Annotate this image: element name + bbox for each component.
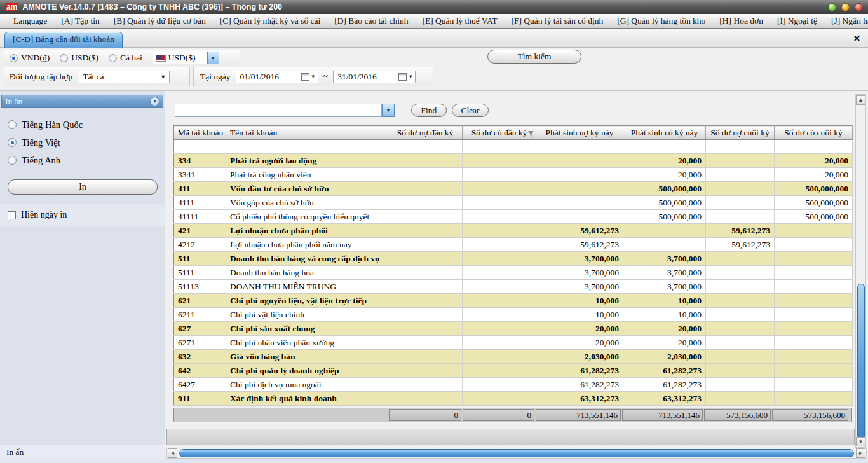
total-value: 713,551,146 — [536, 409, 621, 421]
sidebar-header-label: In ấn — [5, 97, 22, 107]
menu-item-0[interactable]: Language — [6, 16, 54, 26]
column-header[interactable]: Số dư có cuối kỳ — [775, 126, 853, 140]
table-row[interactable]: 511Doanh thu bán hàng và cung cấp dịch v… — [174, 252, 853, 266]
table-row[interactable] — [174, 140, 853, 154]
print-button[interactable]: In — [8, 179, 158, 195]
cell-amount — [388, 336, 463, 350]
cell-account-name: Chi phí nguyên liệu, vật liệu trực tiếp — [226, 294, 388, 308]
column-header[interactable]: Phát sinh nợ kỳ này — [536, 126, 623, 140]
menu-item-9[interactable]: [I] Ngoại tệ — [770, 16, 824, 26]
scroll-left-icon[interactable]: ◄ — [168, 448, 177, 458]
cell-account-code — [174, 140, 226, 154]
table-row[interactable]: 411Vốn đầu tư của chủ sở hữu500,000,0005… — [174, 182, 853, 196]
menu-item-6[interactable]: [F] Quản lý tài sản cố định — [504, 16, 610, 26]
window-restore-button[interactable] — [841, 3, 850, 11]
cell-amount — [463, 350, 536, 364]
menu-item-8[interactable]: [H] Hóa đơn — [712, 16, 770, 26]
currency-radio-option[interactable]: VND(₫) — [10, 53, 50, 63]
date-from-value: 01/01/2016 — [240, 72, 301, 82]
cell-amount: 59,612,273 — [536, 224, 623, 238]
date-to-field[interactable]: 31/01/2016 ▼ — [333, 71, 416, 83]
menu-item-3[interactable]: [C] Quản lý nhật ký và sổ cái — [213, 16, 328, 26]
cell-account-code: 621 — [174, 294, 226, 308]
menu-item-1[interactable]: [A] Tập tin — [54, 16, 107, 26]
cell-account-name: Chi phí quản lý doanh nghiệp — [226, 364, 388, 378]
menu-item-5[interactable]: [E] Quản lý thuế VAT — [415, 16, 504, 26]
radio-label: VND(₫) — [21, 53, 50, 63]
search-button[interactable]: Tìm kiếm — [487, 50, 581, 64]
cell-amount: 59,612,273 — [706, 238, 775, 252]
table-row[interactable]: 4111Vốn góp của chủ sở hữu500,000,000500… — [174, 196, 853, 210]
sidebar-header[interactable]: In ấn ▼ — [1, 95, 163, 108]
scroll-up-icon[interactable]: ▲ — [856, 95, 865, 105]
menu-item-4[interactable]: [D] Báo cáo tài chính — [327, 16, 415, 26]
cell-amount: 10,000 — [623, 308, 706, 322]
table-row[interactable]: 4212Lợi nhuận chưa phân phối năm nay59,6… — [174, 238, 853, 252]
table-row[interactable]: 41111Cổ phiếu phổ thông có quyền biểu qu… — [174, 210, 853, 224]
menu-item-7[interactable]: [G] Quản lý hàng tồn kho — [610, 16, 712, 26]
horizontal-scrollbar[interactable]: ◄ ► — [166, 448, 867, 459]
chevron-down-icon[interactable]: ▼ — [408, 74, 413, 79]
print-language-option[interactable]: Tiếng Anh — [8, 151, 165, 169]
date-from-field[interactable]: 01/01/2016 ▼ — [236, 71, 318, 83]
clear-button[interactable]: Clear — [452, 104, 489, 117]
currency-radio-option[interactable]: USD($) — [60, 53, 98, 63]
cell-amount — [388, 182, 463, 196]
currency-radio-option[interactable]: Cả hai — [109, 53, 142, 63]
cell-amount: 500,000,000 — [623, 210, 706, 224]
column-header[interactable]: Số dư có đầu kỳ — [463, 126, 536, 140]
grid-search-input[interactable] — [175, 104, 382, 117]
close-tab-icon[interactable]: ✕ — [853, 34, 860, 43]
vertical-scrollbar[interactable]: ▲ ▼ — [855, 94, 866, 448]
column-header[interactable]: Tên tài khoản — [226, 126, 388, 140]
filter-icon[interactable] — [528, 129, 534, 139]
table-row[interactable]: 6211Chi phí vật liệu chính10,00010,000 — [174, 308, 853, 322]
vertical-scrollbar-thumb[interactable] — [857, 284, 865, 439]
table-row[interactable]: 6427Chi phí dịch vụ mua ngoài61,282,2736… — [174, 378, 853, 392]
print-language-option[interactable]: Tiếng Hàn Quốc — [8, 116, 165, 134]
scroll-down-icon[interactable]: ▼ — [856, 437, 865, 446]
cell-amount: 61,282,273 — [536, 364, 623, 378]
window-minimize-button[interactable] — [828, 3, 836, 11]
window-close-button[interactable] — [855, 3, 863, 11]
cell-account-code: 511 — [174, 252, 226, 266]
table-row[interactable]: 632Giá vốn hàng bán2,030,0002,030,000 — [174, 350, 853, 364]
cell-amount: 3,700,000 — [536, 266, 623, 280]
show-print-date-row[interactable]: Hiện ngày in — [0, 204, 165, 226]
menu-item-2[interactable]: [B] Quản lý dữ liệu cơ bản — [107, 16, 213, 26]
table-row[interactable]: 911Xác định kết quả kinh doanh63,312,273… — [174, 392, 853, 406]
date-panel: Tại ngày 01/01/2016 ▼ ~ 31/01/2016 ▼ — [193, 67, 433, 86]
radio-icon — [8, 138, 17, 147]
grid-totals-row: 00713,551,146713,551,146573,156,600573,1… — [173, 408, 852, 422]
print-language-group: Tiếng Hàn QuốcTiếng ViệtTiếng Anh — [0, 108, 165, 169]
table-row[interactable]: 642Chi phí quản lý doanh nghiệp61,282,27… — [174, 364, 853, 378]
show-print-date-checkbox[interactable] — [8, 211, 16, 219]
table-row[interactable]: 5111Doanh thu bán hàng hóa3,700,0003,700… — [174, 266, 853, 280]
table-row[interactable]: 3341Phải trả công nhân viên20,00020,000 — [174, 168, 853, 182]
calendar-icon — [398, 73, 407, 81]
cell-account-code: 51113 — [174, 280, 226, 294]
horizontal-scrollbar-thumb[interactable] — [179, 449, 854, 457]
grid-search-dropdown-icon[interactable]: ▼ — [382, 104, 395, 117]
print-language-option[interactable]: Tiếng Việt — [8, 134, 165, 151]
currency-dropdown-arrow-icon[interactable]: ▼ — [207, 52, 219, 64]
chevron-down-icon[interactable]: ▼ — [311, 74, 316, 79]
find-button[interactable]: Find — [411, 104, 447, 117]
menu-item-10[interactable]: [J] Ngân hàng trực tuyến — [824, 16, 868, 26]
table-row[interactable]: 621Chi phí nguyên liệu, vật liệu trực ti… — [174, 294, 853, 308]
scroll-right-icon[interactable]: ► — [856, 448, 865, 458]
target-select[interactable]: Tất cả ▼ — [79, 71, 170, 83]
collapse-icon[interactable]: ▼ — [150, 97, 159, 106]
column-header[interactable]: Số dư nợ đầu kỳ — [388, 126, 463, 140]
column-header[interactable]: Phát sinh có kỳ này — [623, 126, 706, 140]
tab-trial-balance[interactable]: [C-D] Bảng cân đối tài khoản — [4, 32, 123, 48]
cell-account-code: 6211 — [174, 308, 226, 322]
table-row[interactable]: 627Chi phí sản xuất chung20,00020,000 — [174, 322, 853, 336]
table-row[interactable]: 334Phải trả người lao động20,00020,000 — [174, 154, 853, 168]
column-header[interactable]: Mã tài khoản — [174, 126, 226, 140]
column-header[interactable]: Số dư nợ cuối kỳ — [706, 126, 775, 140]
currency-dropdown[interactable]: USD($) ▼ — [153, 52, 219, 64]
table-row[interactable]: 421Lợi nhuận chưa phân phối59,612,27359,… — [174, 224, 853, 238]
table-row[interactable]: 51113DOANH THU MIỀN TRUNG3,700,0003,700,… — [174, 280, 853, 294]
table-row[interactable]: 6271Chi phí nhân viên phân xưởng20,00020… — [174, 336, 853, 350]
